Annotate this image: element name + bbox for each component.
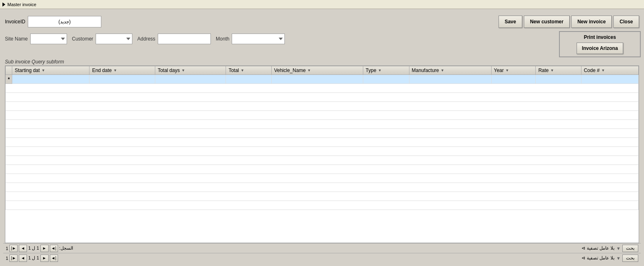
month-field: Month	[216, 34, 285, 44]
site-name-field: Site Name	[5, 34, 67, 44]
table-row	[6, 138, 639, 147]
nav-next-button[interactable]: ►	[40, 245, 49, 252]
nav-prev-button[interactable]: ◄	[19, 245, 27, 252]
window-title: Master invoice	[7, 2, 36, 7]
window-icon	[2, 2, 5, 7]
table-row	[6, 102, 639, 111]
sort-end-date-icon: ▼	[113, 68, 117, 72]
table-container[interactable]: Starting dat ▼ End date ▼ Total days	[5, 65, 639, 243]
sort-vehicle-name-icon: ▼	[307, 68, 311, 72]
invoice-arizona-button[interactable]: Invoice Arizona	[577, 43, 623, 54]
cell-year[interactable]	[491, 75, 536, 84]
title-bar: Master invoice	[0, 0, 644, 9]
site-name-select[interactable]	[30, 34, 67, 44]
nav-last-button[interactable]: |◄	[50, 245, 58, 252]
sort-type-icon: ▼	[378, 68, 382, 72]
col-end-date[interactable]: End date ▼	[89, 66, 155, 75]
col-end-date-label: End date	[92, 68, 112, 73]
col-total-days[interactable]: Total days ▼	[155, 66, 226, 75]
search-button[interactable]: بحث	[622, 245, 638, 252]
cell-rate[interactable]	[536, 75, 581, 84]
cell-total-days[interactable]	[155, 75, 226, 84]
table-row	[6, 147, 639, 156]
table-row	[6, 156, 639, 165]
nav-first-button[interactable]: ►|	[9, 245, 18, 252]
table-row	[6, 120, 639, 129]
col-rate[interactable]: Rate ▼	[536, 66, 581, 75]
col-starting-date[interactable]: Starting dat ▼	[12, 66, 89, 75]
invoice-id-label: InvoiceID	[5, 19, 25, 25]
cell-vehicle-name[interactable]	[271, 75, 363, 84]
col-code-num-label: Code #	[584, 68, 600, 73]
cell-end-date[interactable]	[89, 75, 155, 84]
col-code-num[interactable]: Code # ▼	[581, 66, 638, 75]
table-row	[6, 174, 639, 183]
sort-total-days-icon: ▼	[181, 68, 185, 72]
customer-select[interactable]	[96, 34, 132, 44]
customer-field: Customer	[72, 34, 132, 44]
col-vehicle-name[interactable]: Vehicle_Name ▼	[271, 66, 363, 75]
col-type-label: Type	[366, 68, 376, 73]
table-row	[6, 165, 639, 174]
cell-manufacture[interactable]	[409, 75, 491, 84]
new-customer-button[interactable]: New customer	[524, 16, 570, 28]
close-button[interactable]: Close	[613, 16, 639, 28]
table-row	[6, 201, 639, 210]
cell-code-num[interactable]	[581, 75, 638, 84]
address-field: Address	[137, 34, 211, 44]
col-year[interactable]: Year ▼	[491, 66, 536, 75]
col-manufacture-label: Manufacture	[412, 68, 439, 73]
month-label: Month	[216, 36, 229, 42]
new-invoice-button[interactable]: New invoice	[571, 16, 612, 28]
status-nav-next-button[interactable]: ►	[40, 255, 49, 262]
subform-label: Sub invoice Query subform	[3, 57, 641, 65]
sub-invoice-table: Starting dat ▼ End date ▼ Total days	[5, 66, 639, 210]
cell-type[interactable]	[363, 75, 409, 84]
buttons-area: Save New customer New invoice Close	[499, 16, 639, 28]
status-search-button[interactable]: بحث	[622, 255, 638, 262]
col-manufacture[interactable]: Manufacture ▼	[409, 66, 491, 75]
table-row	[6, 84, 639, 93]
no-filter-label: بلا عامل تصفية	[587, 246, 615, 251]
col-total[interactable]: Total ▼	[226, 66, 271, 75]
filter-funnel-icon: ⊳	[581, 246, 585, 251]
status-nav-first-button[interactable]: ►|	[9, 255, 18, 262]
nav-controls: السجل: |◄ ► 1 ل 1 ◄ ►| 1	[6, 245, 73, 252]
save-button[interactable]: Save	[499, 16, 522, 28]
sort-code-num-icon: ▼	[601, 68, 605, 72]
table-row	[6, 93, 639, 102]
page-of-label: 1 ل 1	[28, 246, 39, 251]
table-row-new[interactable]: *	[6, 75, 639, 84]
table-header: Starting dat ▼ End date ▼ Total days	[6, 66, 639, 75]
table-row	[6, 192, 639, 201]
status-filter-icon: ▼	[616, 256, 621, 261]
invoice-id-input[interactable]	[28, 16, 101, 27]
status-nav-last-button[interactable]: |◄	[50, 255, 58, 262]
form-row: Site Name Customer Address Month	[3, 31, 641, 57]
main-container: InvoiceID Save New customer New invoice …	[0, 9, 644, 266]
col-year-label: Year	[494, 68, 504, 73]
print-section: Print invoices Invoice Arizona	[559, 31, 641, 57]
site-name-label: Site Name	[5, 36, 28, 42]
sort-rate-icon: ▼	[550, 68, 554, 72]
address-input[interactable]	[158, 34, 211, 44]
sort-starting-date-icon: ▼	[41, 68, 45, 72]
new-row-indicator: *	[6, 75, 12, 84]
sort-manufacture-icon: ▼	[441, 68, 444, 72]
cell-total[interactable]	[226, 75, 271, 84]
table-row	[6, 183, 639, 192]
status-nav-prev-button[interactable]: ◄	[19, 255, 27, 262]
status-page-of-label: 1 ل 1	[28, 255, 39, 261]
cell-starting-date[interactable]	[12, 75, 89, 84]
col-rate-label: Rate	[538, 68, 548, 73]
customer-label: Customer	[72, 36, 93, 42]
table-body: *	[6, 75, 639, 210]
col-type[interactable]: Type ▼	[363, 66, 409, 75]
row-indicator-header	[6, 66, 12, 75]
invoice-id-area: InvoiceID	[5, 16, 101, 27]
status-nav-controls: |◄ ► 1 ل 1 ◄ ►| 1	[6, 255, 58, 262]
status-page-number: 1	[6, 256, 8, 261]
record-label: السجل:	[59, 246, 73, 251]
month-select[interactable]	[232, 34, 285, 44]
top-section: InvoiceID Save New customer New invoice …	[3, 12, 641, 31]
